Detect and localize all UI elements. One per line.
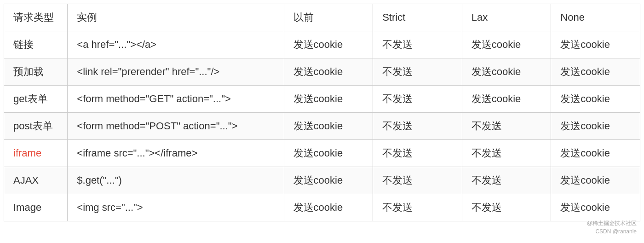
cell-type: post表单: [4, 113, 68, 140]
table-row: post表单<form method="POST" action="...">发…: [4, 113, 640, 140]
cell-before: 发送cookie: [284, 86, 373, 113]
cell-example: <form method="POST" action="...">: [68, 113, 284, 140]
cell-example: <img src="...">: [68, 194, 284, 221]
cell-lax: 发送cookie: [462, 58, 551, 86]
table-body: 链接<a href="..."></a>发送cookie不发送发送cookie发…: [4, 31, 640, 221]
table-row: 预加载<link rel="prerender" href="..."/>发送c…: [4, 58, 640, 86]
cell-none: 发送cookie: [551, 58, 640, 86]
cell-before: 发送cookie: [284, 113, 373, 140]
cell-lax: 不发送: [462, 140, 551, 167]
header-example: 实例: [68, 4, 284, 31]
cell-lax: 发送cookie: [462, 31, 551, 58]
cell-type: AJAX: [4, 167, 68, 194]
table-row: AJAX$.get("...")发送cookie不发送不发送发送cookie: [4, 167, 640, 194]
cell-before: 发送cookie: [284, 58, 373, 86]
table-row: 链接<a href="..."></a>发送cookie不发送发送cookie发…: [4, 31, 640, 58]
table-row: get表单<form method="GET" action="...">发送c…: [4, 86, 640, 113]
cell-example: <form method="GET" action="...">: [68, 86, 284, 113]
cell-lax: 不发送: [462, 194, 551, 221]
header-row: 请求类型 实例 以前 Strict Lax None: [4, 4, 640, 31]
header-lax: Lax: [462, 4, 551, 31]
cell-before: 发送cookie: [284, 140, 373, 167]
cell-type: Image: [4, 194, 68, 221]
header-strict: Strict: [373, 4, 462, 31]
header-none: None: [551, 4, 640, 31]
cell-example: <a href="..."></a>: [68, 31, 284, 58]
cell-strict: 不发送: [373, 31, 462, 58]
cell-strict: 不发送: [373, 113, 462, 140]
cell-none: 发送cookie: [551, 86, 640, 113]
cell-example: <iframe src="..."></iframe>: [68, 140, 284, 167]
cell-strict: 不发送: [373, 167, 462, 194]
cell-before: 发送cookie: [284, 31, 373, 58]
watermark-line2: CSDN @rananie: [587, 227, 637, 236]
cell-strict: 不发送: [373, 140, 462, 167]
cell-type: iframe: [4, 140, 68, 167]
watermark-line1: @稀土掘金技术社区: [587, 219, 637, 227]
cell-type: 预加载: [4, 58, 68, 86]
cell-none: 发送cookie: [551, 31, 640, 58]
cell-lax: 不发送: [462, 167, 551, 194]
cell-example: $.get("..."): [68, 167, 284, 194]
cell-lax: 不发送: [462, 113, 551, 140]
cell-none: 发送cookie: [551, 140, 640, 167]
table-container: 请求类型 实例 以前 Strict Lax None 链接<a href="..…: [4, 4, 640, 239]
watermark: @稀土掘金技术社区 CSDN @rananie: [587, 219, 637, 236]
cell-lax: 发送cookie: [462, 86, 551, 113]
cell-example: <link rel="prerender" href="..."/>: [68, 58, 284, 86]
cell-before: 发送cookie: [284, 194, 373, 221]
cell-none: 发送cookie: [551, 167, 640, 194]
header-type: 请求类型: [4, 4, 68, 31]
table-row: Image<img src="...">发送cookie不发送不发送发送cook…: [4, 194, 640, 221]
cell-none: 发送cookie: [551, 113, 640, 140]
cell-none: 发送cookie: [551, 194, 640, 221]
cell-strict: 不发送: [373, 86, 462, 113]
cell-type: 链接: [4, 31, 68, 58]
table-row: iframe<iframe src="..."></iframe>发送cooki…: [4, 140, 640, 167]
header-before: 以前: [284, 4, 373, 31]
cell-type: get表单: [4, 86, 68, 113]
cell-strict: 不发送: [373, 194, 462, 221]
samesite-table: 请求类型 实例 以前 Strict Lax None 链接<a href="..…: [4, 4, 640, 221]
cell-before: 发送cookie: [284, 167, 373, 194]
cell-strict: 不发送: [373, 58, 462, 86]
